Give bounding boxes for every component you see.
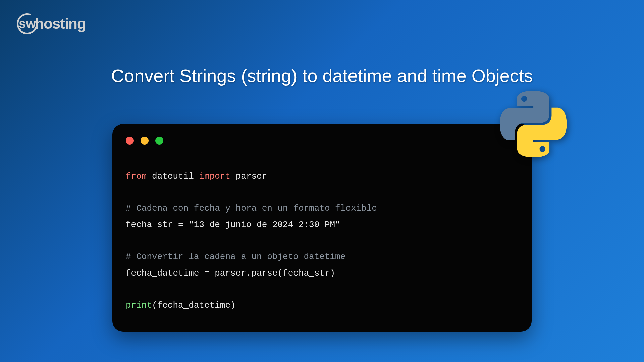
code-line-1: from dateutil import parser	[126, 168, 518, 184]
page-title: Convert Strings (string) to datetime and…	[111, 65, 533, 86]
code-line-6: print(fecha_datetime)	[126, 297, 518, 313]
string-value: "13 de junio de 2024 2:30 PM"	[189, 220, 340, 230]
terminal-window: from dateutil import parser # Cadena con…	[112, 124, 532, 332]
close-button-icon	[126, 137, 134, 145]
logo: sw hosting	[17, 13, 86, 34]
code-line-5: fecha_datetime = parser.parse(fecha_str)	[126, 265, 518, 281]
python-logo-icon	[500, 90, 567, 158]
code-comment-1: # Cadena con fecha y hora en un formato …	[126, 200, 518, 217]
code-line-3: fecha_str = "13 de junio de 2024 2:30 PM…	[126, 217, 518, 233]
traffic-lights	[126, 137, 518, 145]
code-comment-2: # Convertir la cadena a un objeto dateti…	[126, 249, 518, 265]
logo-circle-text: sw	[19, 17, 36, 31]
keyword-import: import	[199, 171, 230, 181]
code-blank-line	[126, 281, 518, 297]
logo-circle: sw	[13, 10, 41, 38]
module-name: dateutil	[147, 171, 199, 181]
code-blank-line	[126, 184, 518, 200]
variable-assign: fecha_str =	[126, 220, 189, 230]
code-blank-line	[126, 233, 518, 249]
logo-text: hosting	[35, 15, 86, 32]
keyword-from: from	[126, 171, 147, 181]
import-item: parser	[230, 171, 267, 181]
function-args: (fecha_datetime)	[152, 300, 236, 310]
function-print: print	[126, 300, 152, 310]
code-block: from dateutil import parser # Cadena con…	[126, 168, 518, 313]
maximize-button-icon	[155, 137, 163, 145]
minimize-button-icon	[141, 137, 149, 145]
